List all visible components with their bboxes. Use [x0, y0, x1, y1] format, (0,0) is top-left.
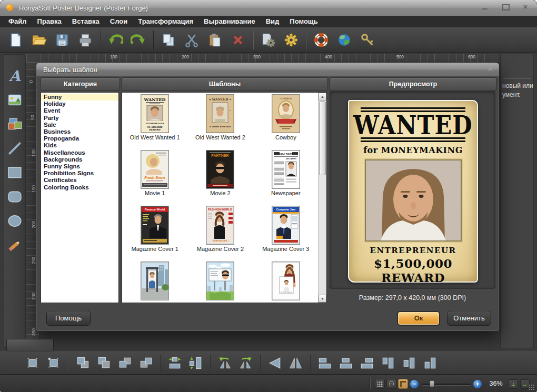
category-item-certificates[interactable]: Certificates — [41, 177, 118, 184]
template-item-old-west-wanted-1[interactable]: WANTEDENTREPRENEUR$1,500,000REWARDOld We… — [130, 95, 180, 150]
ruler-toggle-icon[interactable] — [398, 379, 408, 389]
menu-item-layers[interactable]: Слои — [105, 16, 133, 27]
align-middle-icon[interactable] — [399, 354, 420, 373]
category-item-funny-signs[interactable]: Funny Signs — [41, 163, 118, 170]
category-item-holiday[interactable]: Holiday — [41, 100, 118, 107]
select-rotate-icon[interactable] — [43, 354, 64, 373]
category-item-coloring-books[interactable]: Coloring Books — [41, 184, 118, 191]
text-tool[interactable]: A — [6, 67, 24, 84]
send-backward-icon[interactable] — [135, 354, 156, 373]
rounded-rectangle-tool[interactable] — [6, 188, 24, 205]
help-lifebuoy-icon[interactable] — [311, 29, 332, 51]
v-ruler-label: 0 — [28, 81, 34, 83]
align-top-icon[interactable] — [377, 354, 399, 373]
template-item-billboard-2[interactable]: Billboard 2 — [206, 262, 234, 303]
category-item-kids[interactable]: Kids — [41, 142, 118, 149]
template-item-magazine-cover-1[interactable]: Finance WorldMagazine Cover 1 — [132, 206, 178, 262]
pencil-tool[interactable] — [6, 237, 24, 254]
minimize-button[interactable] — [481, 3, 490, 11]
zoom-slider-thumb[interactable] — [430, 380, 434, 387]
zoom-slider[interactable] — [422, 384, 471, 385]
rotate-right-icon[interactable] — [235, 354, 256, 373]
website-globe-icon[interactable] — [334, 29, 355, 51]
copy-pages-icon[interactable] — [158, 29, 179, 51]
print-icon[interactable] — [75, 29, 96, 51]
toolbar-separator — [100, 31, 101, 49]
scroll-down-icon[interactable]: ▼ — [319, 295, 326, 303]
scrollbar-thumb[interactable] — [319, 102, 326, 175]
cancel-button[interactable]: Отменить — [447, 311, 491, 326]
menu-item-view[interactable]: Вид — [261, 16, 285, 27]
template-item-movie-1[interactable]: Fresh SnowMovie 1 — [141, 150, 168, 206]
menu-item-insert[interactable]: Вставка — [67, 16, 105, 27]
line-tool[interactable] — [6, 140, 24, 157]
category-item-miscellaneous[interactable]: Miscellaneous — [41, 149, 118, 156]
zoom-in-icon[interactable]: + — [473, 380, 482, 388]
template-item-newspaper[interactable]: DAILY NEWSJIM CARTHYNewspaper — [271, 150, 301, 206]
template-item-cowboy[interactable]: COWBOYCowboy — [272, 95, 300, 150]
maximize-button[interactable] — [501, 3, 510, 11]
flip-vertical-icon[interactable] — [285, 354, 306, 373]
rotate-left-icon[interactable] — [214, 354, 235, 373]
menu-item-help[interactable]: Помощь — [284, 16, 323, 27]
align-center-icon[interactable] — [335, 354, 356, 373]
category-item-sale[interactable]: Sale — [41, 122, 118, 128]
ok-button[interactable]: Ок — [397, 311, 440, 326]
clipart-tool[interactable] — [6, 116, 24, 133]
resize-grip[interactable] — [529, 384, 535, 390]
menu-item-transform[interactable]: Трансформация — [133, 16, 198, 27]
close-button[interactable]: × — [521, 3, 530, 11]
open-folder-icon[interactable] — [28, 29, 49, 51]
category-item-prohibition-signs[interactable]: Prohibition Signs — [41, 170, 118, 177]
template-item-billboard-1[interactable]: Billboard 1 — [141, 262, 168, 303]
category-item-party[interactable]: Party — [41, 115, 118, 122]
menu-item-file[interactable]: Файл — [3, 16, 32, 27]
scroll-up-icon[interactable]: ▲ — [319, 93, 326, 100]
template-label: Billboard 1 — [141, 301, 168, 303]
category-item-business[interactable]: Business — [41, 128, 118, 135]
flip-horizontal-icon[interactable] — [264, 354, 285, 373]
dialog-close-icon[interactable]: × — [488, 64, 493, 74]
grid-toggle-icon[interactable] — [375, 379, 385, 389]
delete-cross-icon[interactable] — [227, 29, 248, 51]
rectangle-tool[interactable] — [6, 164, 24, 181]
image-tool[interactable] — [6, 92, 24, 108]
align-left-icon[interactable] — [314, 354, 335, 373]
bring-forward-icon[interactable] — [114, 354, 135, 373]
match-width-icon[interactable] — [164, 354, 185, 373]
send-to-back-icon[interactable] — [93, 354, 114, 373]
license-key-icon[interactable] — [357, 29, 378, 51]
match-height-icon[interactable] — [185, 354, 206, 373]
category-item-propoganda[interactable]: Propoganda — [41, 135, 118, 142]
ellipse-tool[interactable] — [6, 213, 24, 229]
align-bottom-icon[interactable] — [420, 354, 441, 373]
cut-scissors-icon[interactable] — [181, 29, 202, 51]
align-right-icon[interactable] — [356, 354, 377, 373]
dialog-title-bar[interactable]: Выбрать шаблон × — [36, 63, 499, 77]
undo-arrow-icon[interactable] — [105, 29, 126, 51]
new-document-icon[interactable] — [5, 29, 26, 51]
redo-arrow-icon[interactable] — [128, 29, 149, 51]
fit-page-icon[interactable]: ↔ ↕ — [509, 379, 518, 389]
snap-grid-toggle-icon[interactable] — [386, 379, 396, 389]
menu-item-align[interactable]: Выравнивание — [198, 16, 261, 27]
page-settings-icon[interactable] — [257, 29, 279, 51]
zoom-out-icon[interactable]: − — [410, 380, 419, 388]
templates-scrollbar[interactable]: ▲ ▼ — [318, 93, 326, 303]
main-toolbar — [0, 27, 537, 53]
bring-to-front-icon[interactable] — [72, 354, 93, 373]
paste-clipboard-icon[interactable] — [204, 29, 225, 51]
menu-item-edit[interactable]: Правка — [32, 16, 67, 27]
template-item-movie-2[interactable]: PARTNERMovie 2 — [206, 150, 234, 206]
category-item-event[interactable]: Event — [41, 107, 118, 114]
template-item-billboard-3[interactable]: POSTER DESIGNBillboard 3 — [272, 262, 300, 303]
template-item-old-west-wanted-2[interactable]: • WANTED •$ 50000 REWARDOld West Wanted … — [195, 95, 245, 150]
template-item-magazine-cover-2[interactable]: FASHION WORLDHOROSCOPEMagazine Cover 2 — [197, 206, 244, 262]
help-button[interactable]: Помощь — [46, 311, 91, 326]
template-item-magazine-cover-3[interactable]: Computer JamMagazine Cover 3 — [262, 206, 309, 262]
category-item-backgrounds[interactable]: Backgrounds — [41, 156, 118, 163]
save-floppy-icon[interactable] — [52, 29, 73, 51]
select-icon[interactable] — [22, 354, 43, 373]
settings-gear-icon[interactable] — [281, 29, 302, 51]
category-item-funny[interactable]: Funny — [41, 94, 118, 100]
